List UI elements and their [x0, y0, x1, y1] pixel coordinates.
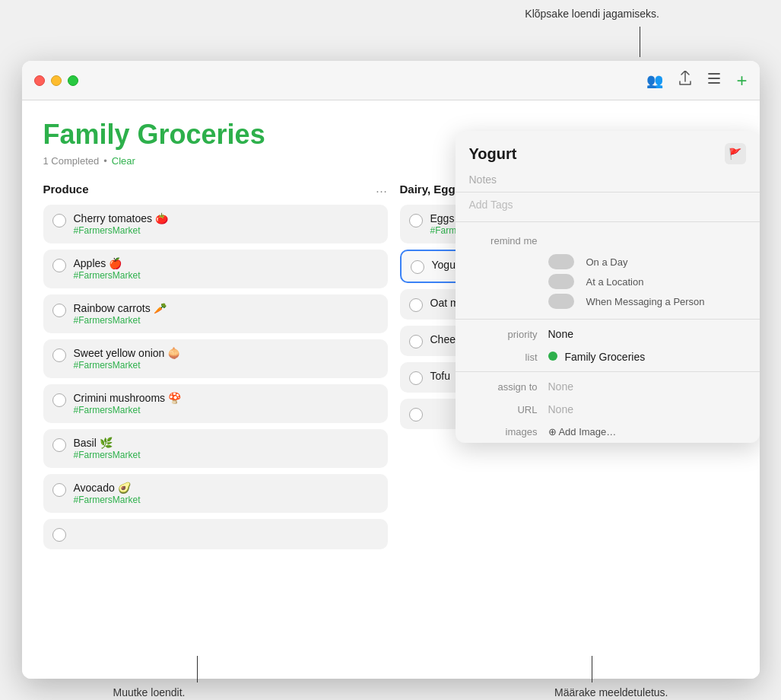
divider [456, 371, 760, 372]
divider [456, 221, 760, 222]
item-tag: #FarmersMarket [74, 405, 181, 415]
left-annotation-line [197, 656, 198, 682]
list-item: Basil 🌿 #FarmersMarket [43, 429, 388, 468]
remind-me-label: remind me [469, 235, 538, 247]
toolbar-icons: 👥 + [646, 70, 747, 91]
detail-panel: Yogurt 🚩 Notes Add Tags remind me On a D… [456, 131, 760, 443]
minimize-button[interactable] [51, 75, 62, 86]
top-annotation-area: Klõpsake loendi jagamiseks. [0, 0, 781, 61]
top-annotation-text: Klõpsake loendi jagamiseks. [525, 8, 659, 20]
item-label: Avocado 🥑 [74, 482, 141, 494]
priority-label: priority [469, 329, 538, 340]
flag-button[interactable]: 🚩 [725, 143, 746, 164]
top-annotation-line [640, 27, 640, 57]
item-checkbox[interactable] [52, 304, 66, 317]
list-item: Apples 🍎 #FarmersMarket [43, 250, 388, 288]
url-row: URL None [456, 398, 760, 421]
bottom-left-annotation: Muutke loendit. [113, 686, 186, 698]
item-label: Rainbow carrots 🥕 [74, 302, 167, 314]
app-window: 👥 + Family Groceries 1 Completed • Clear [22, 61, 760, 679]
list-label: list [469, 352, 538, 363]
list-value[interactable]: Family Groceries [548, 351, 746, 363]
item-label: Apples 🍎 [74, 257, 141, 269]
item-checkbox[interactable] [52, 438, 66, 452]
produce-column-more[interactable]: … [376, 182, 388, 196]
images-row: images ⊕ Add Image… [456, 421, 760, 443]
when-messaging-label: When Messaging a Person [586, 296, 705, 307]
item-checkbox[interactable] [52, 259, 66, 272]
item-checkbox[interactable] [52, 348, 66, 362]
item-checkbox[interactable] [409, 298, 423, 312]
when-messaging-toggle[interactable] [548, 294, 574, 309]
list-item: Sweet yellow onion 🧅 #FarmersMarket [43, 339, 388, 378]
item-tag: #FarmersMarket [74, 225, 168, 236]
on-a-day-row: On a Day [456, 252, 760, 272]
remind-me-section: remind me On a Day At a Location When Me… [456, 225, 760, 316]
item-label: Crimini mushrooms 🍄 [74, 392, 181, 404]
item-label: Cherry tomatoes 🍅 [74, 212, 168, 224]
detail-header: Yogurt 🚩 [456, 131, 760, 170]
on-a-day-label: On a Day [586, 256, 628, 268]
close-button[interactable] [34, 75, 45, 86]
on-a-day-toggle[interactable] [548, 254, 574, 269]
priority-value[interactable]: None [548, 328, 746, 340]
assign-to-label: assign to [469, 381, 538, 393]
add-image-button[interactable]: ⊕ Add Image… [548, 426, 746, 438]
list-item: Rainbow carrots 🥕 #FarmersMarket [43, 294, 388, 333]
item-label: Basil 🌿 [74, 437, 141, 449]
item-checkbox[interactable] [409, 214, 423, 228]
item-checkbox[interactable] [52, 393, 66, 407]
produce-column: Produce … Cherry tomatoes 🍅 #FarmersMark… [43, 182, 388, 555]
traffic-lights [34, 75, 78, 86]
bottom-right-annotation: Määrake meeldetuletus. [554, 686, 668, 698]
titlebar: 👥 + [22, 61, 760, 100]
list-row: list Family Groceries [456, 345, 760, 368]
add-item-row[interactable] [43, 519, 388, 549]
item-checkbox[interactable] [52, 483, 66, 497]
divider [456, 192, 760, 192]
bottom-annotation-area: Muutke loendit. Määrake meeldetuletus. [22, 679, 760, 698]
clear-button[interactable]: Clear [112, 155, 135, 167]
item-label: Sweet yellow onion 🧅 [74, 347, 181, 359]
list-item: Avocado 🥑 #FarmersMarket [43, 474, 388, 513]
item-label: Tofu [430, 370, 450, 382]
share-icon[interactable] [678, 71, 692, 90]
collab-icon[interactable]: 👥 [646, 72, 663, 89]
list-item: Cherry tomatoes 🍅 #FarmersMarket [43, 205, 388, 243]
detail-notes-field[interactable]: Notes [456, 170, 760, 189]
completed-count: 1 Completed [43, 155, 100, 167]
item-tag: #FarmersMarket [74, 450, 141, 460]
right-annotation-line [592, 656, 592, 682]
url-label: URL [469, 404, 538, 415]
detail-title: Yogurt [469, 145, 517, 163]
item-tag: #FarmersMarket [74, 315, 167, 326]
list-view-icon[interactable] [707, 72, 721, 88]
main-content: Family Groceries 1 Completed • Clear Pro… [22, 100, 760, 679]
produce-column-header: Produce … [43, 182, 388, 196]
detail-tags-field[interactable]: Add Tags [456, 196, 760, 218]
item-tag: #FarmersMarket [74, 360, 181, 371]
list-color-dot [548, 352, 557, 361]
fullscreen-button[interactable] [68, 75, 78, 86]
at-a-location-row: At a Location [456, 272, 760, 291]
item-checkbox[interactable] [409, 371, 423, 385]
add-list-icon[interactable]: + [736, 70, 747, 91]
url-value[interactable]: None [548, 403, 746, 415]
item-tag: #FarmersMarket [74, 270, 141, 281]
divider [456, 319, 760, 320]
list-item: Crimini mushrooms 🍄 #FarmersMarket [43, 384, 388, 423]
separator: • [103, 155, 107, 167]
images-label: images [469, 426, 538, 438]
item-checkbox [52, 528, 66, 542]
when-messaging-row: When Messaging a Person [456, 291, 760, 311]
assign-to-value[interactable]: None [548, 380, 746, 393]
remind-me-row: remind me [456, 230, 760, 252]
produce-column-title: Produce [43, 183, 89, 196]
item-checkbox [409, 408, 423, 422]
item-checkbox[interactable] [52, 214, 66, 228]
at-location-toggle[interactable] [548, 274, 574, 289]
item-checkbox[interactable] [411, 260, 424, 274]
assign-to-row: assign to None [456, 375, 760, 398]
item-tag: #FarmersMarket [74, 495, 141, 505]
item-checkbox[interactable] [409, 335, 423, 348]
